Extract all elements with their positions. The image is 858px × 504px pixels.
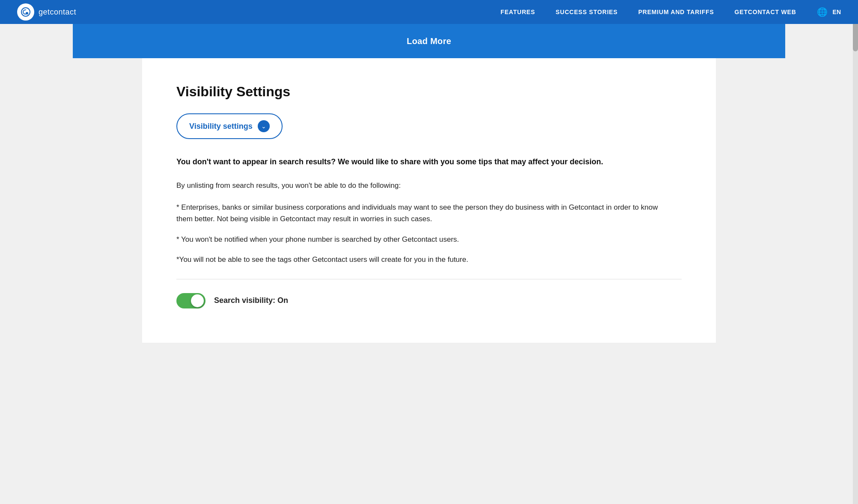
description-item-0: * Enterprises, banks or similar business… [176, 202, 673, 225]
toggle-label: Search visibility: On [214, 296, 288, 305]
visibility-settings-dropdown[interactable]: Visibility settings ⌄ [176, 113, 283, 139]
nav-item-success-stories[interactable]: SUCCESS STORIES [556, 8, 618, 16]
globe-icon[interactable]: 🌐 [817, 7, 828, 17]
visibility-button-label: Visibility settings [189, 122, 253, 131]
logo-text: getcontact [39, 8, 76, 17]
description-intro-text: By unlisting from search results, you wo… [176, 180, 682, 191]
svg-point-1 [26, 12, 28, 15]
main-content: Visibility Settings Visibility settings … [142, 58, 716, 343]
page-wrapper: getcontact FEATURES SUCCESS STORIES PREM… [0, 24, 858, 504]
nav-item-getcontact-web[interactable]: GETCONTACT WEB [735, 8, 796, 16]
nav-links: FEATURES SUCCESS STORIES PREMIUM AND TAR… [500, 8, 796, 16]
nav-item-features[interactable]: FEATURES [500, 8, 535, 16]
language-selector[interactable]: EN [833, 9, 841, 15]
nav-item-premium-tariffs[interactable]: PREMIUM AND TARIFFS [638, 8, 714, 16]
search-visibility-toggle[interactable] [176, 293, 206, 308]
divider [176, 279, 682, 279]
description-bold-text: You don't want to appear in search resul… [176, 156, 647, 168]
logo-icon [17, 3, 34, 21]
logo[interactable]: getcontact [17, 3, 76, 21]
load-more-section: Load More [73, 24, 785, 58]
chevron-down-icon: ⌄ [258, 120, 270, 132]
scrollbar-track[interactable] [853, 0, 858, 504]
description-item-1: * You won't be notified when your phone … [176, 234, 673, 245]
toggle-row: Search visibility: On [176, 293, 682, 308]
toggle-knob [191, 294, 204, 307]
description-item-2: *You will not be able to see the tags ot… [176, 254, 673, 265]
load-more-button[interactable]: Load More [407, 36, 451, 46]
section-title: Visibility Settings [176, 84, 682, 100]
navbar: getcontact FEATURES SUCCESS STORIES PREM… [0, 0, 858, 24]
navbar-right: 🌐 EN [817, 7, 841, 17]
